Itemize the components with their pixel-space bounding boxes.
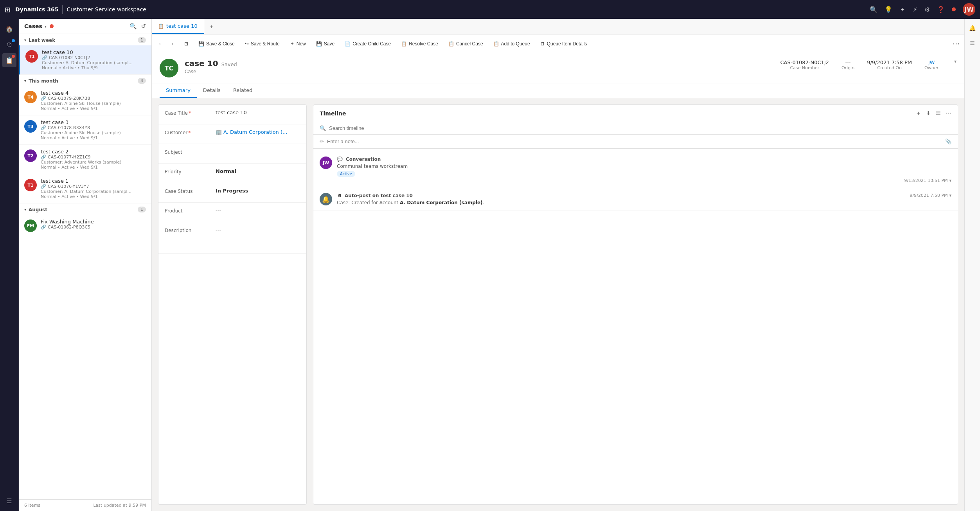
system-icon: 🔔	[322, 196, 330, 203]
add-to-queue-button[interactable]: 📋 Add to Queue	[489, 39, 534, 49]
timeline-item-header: 🖥 Auto-post on test case 10	[337, 193, 910, 198]
cancel-case-button[interactable]: 📋 Cancel Case	[444, 39, 487, 49]
customer-name: A. Datum Corporation (...	[223, 129, 287, 135]
home-icon[interactable]: 🏠	[2, 22, 16, 36]
case-item[interactable]: FM Fix Washing Machine 🔗 CAS-01062-P8Q3C…	[19, 215, 151, 236]
chevron-down-icon[interactable]: ▾	[45, 24, 47, 29]
item-time: 9/9/2021 7:58 PM ▾	[910, 193, 951, 198]
save-icon: 💾	[316, 41, 322, 47]
help-icon[interactable]: ❓	[937, 6, 945, 13]
more-timeline-icon[interactable]: ⋯	[946, 110, 951, 117]
case-info: Fix Washing Machine 🔗 CAS-01062-P8Q3C5	[41, 219, 146, 230]
case-number: 🔗 CAS-01082-N0C1J2	[42, 55, 146, 60]
field-value-case-title[interactable]: test case 10	[216, 110, 300, 115]
back-button[interactable]: ←	[156, 39, 166, 49]
group-august[interactable]: ▾ August 1	[19, 203, 151, 215]
timeline-item-content: 💬 Conversation Communal teams workstream…	[337, 157, 951, 183]
tab-details[interactable]: Details	[197, 83, 227, 98]
field-value-priority[interactable]: Normal	[216, 168, 300, 174]
right-panel-icon-2[interactable]: ☰	[966, 37, 979, 49]
clock-icon[interactable]: ⏱	[2, 38, 16, 52]
active-tab[interactable]: 📋 test case 10	[152, 19, 204, 34]
save-close-button[interactable]: 💾 Save & Close	[194, 39, 239, 49]
note-input-bar: ✏️ 📎	[313, 135, 958, 149]
forward-button[interactable]: →	[167, 39, 176, 49]
avatar: T2	[24, 149, 37, 162]
owner-value[interactable]: JW	[924, 59, 939, 65]
case-item[interactable]: T2 test case 2 🔗 CAS-01077-H2Z1C9 Custom…	[19, 145, 151, 174]
list-view-icon[interactable]: ☰	[936, 110, 941, 117]
create-child-button[interactable]: 📄 Create Child Case	[340, 39, 395, 49]
case-info: test case 3 🔗 CAS-01078-R3X4Y8 Customer:…	[41, 119, 146, 140]
created-on-value: 9/9/2021 7:58 PM	[867, 59, 912, 65]
group-this-month[interactable]: ▾ This month 4	[19, 75, 151, 86]
case-status: Normal • Active • Wed 9/1	[41, 194, 146, 199]
more-options-icon[interactable]: ⋯	[953, 40, 960, 48]
timeline-item: 🔔 🖥 Auto-post on test case 10	[313, 188, 958, 211]
case-item[interactable]: T4 test case 4 🔗 CAS-01079-Z8K7B8 Custom…	[19, 86, 151, 115]
case-item[interactable]: T1 test case 10 🔗 CAS-01082-N0C1J2 Custo…	[19, 45, 151, 75]
field-label: Product	[165, 207, 216, 214]
case-customer: Customer: Alpine Ski House (sample)	[41, 101, 146, 106]
list-icon[interactable]: ☰	[2, 494, 16, 508]
case-info: test case 2 🔗 CAS-01077-H2Z1C9 Customer:…	[41, 149, 146, 170]
tab-summary[interactable]: Summary	[160, 83, 197, 98]
field-value-product[interactable]: ---	[216, 207, 300, 213]
item-count: 6 items	[24, 503, 40, 508]
add-tab-button[interactable]: ＋	[204, 19, 219, 34]
field-value-case-status[interactable]: In Progress	[216, 188, 300, 194]
new-button[interactable]: ＋ New	[286, 38, 310, 49]
sidebar-list: ▾ Last week 1 T1 test case 10 🔗 CAS-0108…	[19, 34, 151, 499]
queue-icon: 📋	[493, 41, 499, 47]
lightbulb-icon[interactable]: 💡	[885, 6, 892, 13]
grid-icon[interactable]: ⊞	[5, 5, 11, 14]
expand-icon[interactable]: ▾	[954, 59, 957, 64]
save-button[interactable]: 💾 Save	[312, 39, 339, 49]
avatar-initials: JW	[323, 160, 329, 166]
filter-timeline-icon[interactable]: ⬇	[926, 110, 931, 117]
brand: Dynamics 365 Customer Service workspace	[15, 5, 146, 14]
timeline-items: JW 💬 Conversation Communal teams workstr…	[313, 149, 958, 504]
group-label: August	[29, 207, 138, 212]
field-value-description[interactable]: ---	[216, 227, 300, 233]
inbox-icon[interactable]: 📋	[2, 53, 16, 67]
resolve-case-button[interactable]: 📋 Resolve Case	[397, 39, 442, 49]
case-header: TC case 10 Saved Case CAS-01082-N0C1J2 C…	[152, 53, 964, 83]
queue-item-details-button[interactable]: 🗒 Queue Item Details	[536, 39, 592, 49]
sidebar-search-icon[interactable]: 🔍	[129, 23, 137, 30]
item-type-icon: 💬	[337, 157, 343, 162]
attachment-icon[interactable]: 📎	[945, 139, 951, 144]
right-panel-icon-1[interactable]: 🔔	[966, 22, 979, 34]
sidebar-refresh-icon[interactable]: ↺	[141, 23, 146, 30]
refresh-button[interactable]: ⊡	[180, 39, 192, 49]
filter-icon[interactable]: ⚡	[913, 6, 917, 13]
settings-icon[interactable]: ⚙️	[924, 6, 930, 13]
expand-icon[interactable]: ▾	[949, 193, 951, 198]
save-close-icon: 💾	[198, 41, 204, 47]
case-number: 🔗 CAS-01079-Z8K7B8	[41, 96, 146, 101]
note-input[interactable]	[327, 139, 942, 144]
resolve-label: Resolve Case	[409, 41, 438, 47]
add-icon[interactable]: ＋	[899, 5, 906, 14]
field-value-customer[interactable]: 🏢 A. Datum Corporation (...	[216, 129, 300, 135]
user-avatar[interactable]: JW	[963, 3, 975, 16]
search-icon[interactable]: 🔍	[870, 6, 878, 13]
add-timeline-icon[interactable]: ＋	[915, 110, 921, 117]
expand-icon[interactable]: ▾	[949, 178, 951, 183]
timeline-search-input[interactable]	[329, 125, 951, 131]
timeline-icons: ＋ ⬇ ☰ ⋯	[915, 110, 951, 117]
avatar-initials: T1	[27, 183, 33, 188]
field-value-subject[interactable]: ---	[216, 149, 300, 155]
case-info: test case 4 🔗 CAS-01079-Z8K7B8 Customer:…	[41, 90, 146, 111]
alert-badge	[12, 55, 15, 58]
tab-details-label: Details	[203, 87, 221, 93]
case-item[interactable]: T3 test case 3 🔗 CAS-01078-R3X4Y8 Custom…	[19, 115, 151, 145]
field-customer: Customer* 🏢 A. Datum Corporation (...	[158, 124, 306, 144]
content-tabs: Summary Details Related	[152, 83, 964, 98]
save-route-button[interactable]: ↪ Save & Route	[241, 39, 284, 49]
case-item[interactable]: T1 test case 1 🔗 CAS-01076-Y1V3Y7 Custom…	[19, 174, 151, 203]
main-layout: 🏠 ⏱ 📋 ☰ Cases ▾ 🔍 ↺ ▾ L	[0, 19, 980, 511]
tab-related[interactable]: Related	[227, 83, 259, 98]
new-icon: ＋	[290, 40, 295, 47]
group-last-week[interactable]: ▾ Last week 1	[19, 34, 151, 45]
